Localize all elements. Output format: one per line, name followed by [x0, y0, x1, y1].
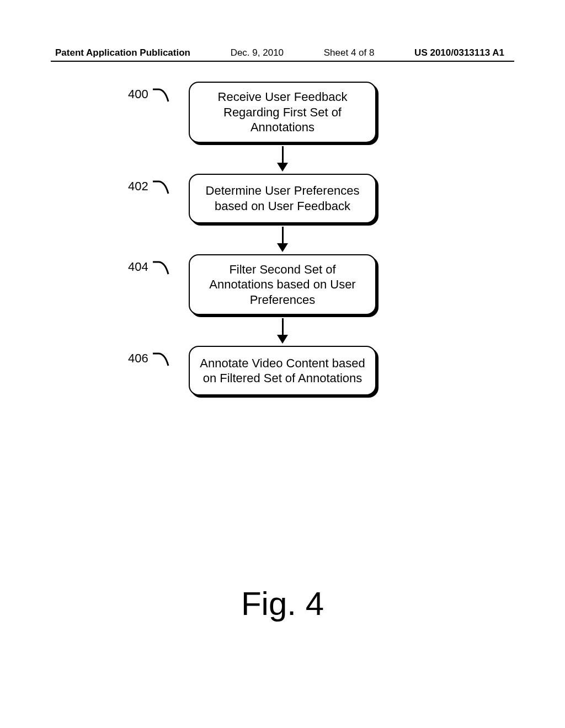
process-box: Filter Second Set of Annotations based o…: [189, 254, 376, 315]
process-box: Determine User Preferences based on User…: [189, 174, 376, 223]
publication-label: Patent Application Publication: [55, 47, 190, 58]
document-number: US 2010/0313113 A1: [414, 47, 504, 58]
flow-step: 404 Filter Second Set of Annotations bas…: [189, 254, 376, 315]
arrow-down-icon: [277, 146, 288, 172]
sheet-label: Sheet 4 of 8: [324, 47, 375, 58]
flow-step: 402 Determine User Preferences based on …: [189, 174, 376, 223]
arrow-down-icon: [277, 227, 288, 252]
reference-label: 400: [128, 86, 174, 104]
page-header: Patent Application Publication Dec. 9, 2…: [0, 47, 565, 58]
reference-number: 404: [128, 259, 152, 274]
process-box: Annotate Video Content based on Filtered…: [189, 346, 376, 395]
reference-number: 402: [128, 178, 152, 194]
leader-line-icon: [152, 350, 174, 368]
figure-caption: Fig. 4: [0, 585, 565, 623]
publication-date: Dec. 9, 2010: [231, 47, 284, 58]
flow-step: 406 Annotate Video Content based on Filt…: [189, 346, 376, 395]
reference-label: 402: [128, 178, 174, 196]
header-rule: [51, 61, 514, 62]
process-box: Receive User Feedback Regarding First Se…: [189, 82, 376, 143]
reference-label: 404: [128, 259, 174, 276]
leader-line-icon: [152, 259, 174, 276]
leader-line-icon: [152, 86, 174, 104]
reference-number: 400: [128, 86, 152, 101]
leader-line-icon: [152, 178, 174, 196]
arrow-down-icon: [277, 318, 288, 344]
reference-label: 406: [128, 350, 174, 368]
reference-number: 406: [128, 350, 152, 366]
flowchart: 400 Receive User Feedback Regarding Firs…: [0, 82, 565, 395]
flow-step: 400 Receive User Feedback Regarding Firs…: [189, 82, 376, 143]
